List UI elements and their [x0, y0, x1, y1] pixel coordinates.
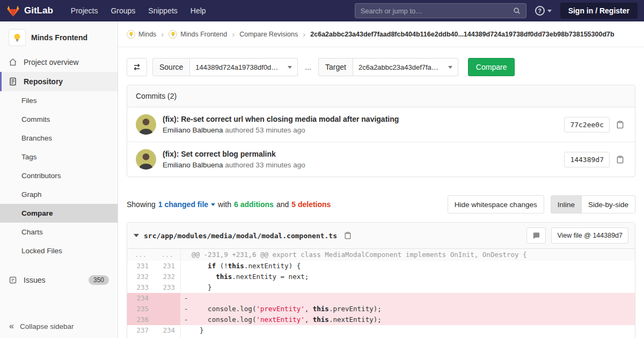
help-dropdown[interactable]: ? — [535, 6, 552, 16]
diff-line: 235- console.log('prevEntity', this.prev… — [127, 304, 635, 314]
commits-panel: Commits (2) (fix): Re-set correct url wh… — [127, 85, 635, 177]
diff-code-line: this.nextEntity = next; — [181, 271, 635, 282]
nav-item-snippets[interactable]: Snippets — [142, 3, 183, 18]
diff-line: 231231 if (!this.nextEntity) { — [127, 261, 635, 271]
target-label: Target — [318, 58, 353, 76]
swap-revisions-button[interactable] — [127, 58, 147, 76]
diff-new-line-number[interactable]: 231 — [154, 261, 181, 271]
breadcrumb-item[interactable]: Minds — [127, 30, 156, 39]
inline-view-button[interactable]: Inline — [551, 195, 582, 214]
diff-new-line-number[interactable] — [154, 293, 181, 304]
commit-authored-time: authored 33 minutes ago — [223, 161, 305, 169]
diff-new-line-number[interactable]: 233 — [154, 282, 181, 293]
comment-bubble-icon — [532, 232, 540, 240]
diff-old-line-number[interactable]: 231 — [127, 261, 154, 271]
sidebar-item-charts[interactable]: Charts — [0, 223, 118, 241]
diff-old-line-number[interactable]: 232 — [127, 271, 154, 282]
sidebar-item-compare[interactable]: Compare — [0, 204, 118, 223]
diff-new-line-number[interactable]: 234 — [154, 325, 181, 336]
project-context-header[interactable]: Minds Frontend — [0, 21, 118, 53]
gitlab-home-link[interactable]: GitLab — [6, 4, 53, 18]
sidebar-item-contributors[interactable]: Contributors — [0, 166, 118, 185]
copy-commit-sha-button[interactable] — [614, 153, 626, 166]
diff-old-line-number[interactable]: 236 — [127, 314, 154, 325]
additions-count: 6 additions — [234, 200, 274, 209]
commit-author-avatar[interactable] — [136, 114, 156, 135]
nav-item-projects[interactable]: Projects — [65, 3, 104, 18]
copy-file-path-button[interactable] — [342, 230, 354, 241]
issues-count-badge: 350 — [89, 275, 109, 285]
commit-title-link[interactable]: (fix): Re-set correct url when closing m… — [163, 115, 564, 123]
sidebar-item-graph[interactable]: Graph — [0, 185, 118, 204]
revision-range-separator: ... — [305, 63, 311, 71]
search-icon — [513, 7, 521, 14]
changed-files-dropdown[interactable]: 1 changed file — [158, 200, 215, 209]
commit-sha-button[interactable]: 77c2ee0c — [564, 117, 610, 133]
commit-title-link[interactable]: (fix): Set correct blog permalink — [163, 150, 564, 158]
sign-in-register-button[interactable]: Sign in / Register — [560, 3, 638, 19]
global-search-box[interactable] — [355, 3, 526, 18]
home-icon — [9, 58, 17, 67]
diff-old-line-number[interactable]: 237 — [127, 325, 154, 336]
side-by-side-view-button[interactable]: Side-by-side — [582, 195, 635, 214]
view-file-button[interactable]: View file @ 144389d7 — [551, 227, 628, 244]
repository-icon — [9, 77, 17, 86]
diff-old-line-number[interactable]: 234 — [127, 293, 154, 304]
sidebar-item-project-overview[interactable]: Project overview — [0, 53, 118, 72]
sidebar-item-commits[interactable]: Commits — [0, 110, 118, 129]
commit-authored-time: authored 53 minutes ago — [223, 126, 305, 134]
copy-commit-sha-button[interactable] — [614, 119, 626, 131]
sidebar-item-repository[interactable]: Repository — [0, 72, 118, 91]
breadcrumb-avatar-icon — [169, 30, 177, 39]
diff-new-line-number: ... — [154, 249, 181, 261]
target-revision-dropdown[interactable]: 2c6a2abbc23a43def7fa… — [353, 58, 458, 76]
sidebar-item-tags[interactable]: Tags — [0, 148, 118, 166]
breadcrumb: Minds›Minds Frontend›Compare Revisions›2… — [118, 21, 644, 47]
nav-item-groups[interactable]: Groups — [105, 3, 141, 18]
search-input[interactable] — [361, 7, 509, 15]
commit-author-avatar[interactable] — [136, 149, 156, 170]
diff-old-line-number[interactable]: 233 — [127, 282, 154, 293]
breadcrumb-separator-icon: › — [161, 30, 164, 39]
repository-submenu: FilesCommitsBranchesTagsContributorsGrap… — [0, 91, 118, 260]
breadcrumb-item[interactable]: Compare Revisions — [239, 31, 298, 38]
sidebar-item-label: Repository — [24, 77, 63, 86]
diff-new-line-number[interactable] — [154, 314, 181, 325]
sidebar-item-issues[interactable]: Issues 350 — [0, 270, 118, 290]
diff-old-line-number: ... — [127, 249, 154, 261]
diff-new-line-number[interactable] — [154, 304, 181, 314]
source-revision-dropdown[interactable]: 144389d724a19738df0d… — [190, 58, 298, 76]
diff-new-line-number[interactable]: 235 — [154, 336, 181, 338]
swap-arrows-icon — [133, 63, 141, 71]
diff-code-line: } — [181, 325, 635, 336]
diff-new-line-number[interactable]: 232 — [154, 271, 181, 282]
toggle-comments-button[interactable] — [526, 227, 546, 244]
diff-file-path[interactable]: src/app/modules/media/modal/modal.compon… — [144, 232, 337, 240]
sidebar-item-locked-files[interactable]: Locked Files — [0, 241, 118, 260]
top-navbar: GitLab ProjectsGroupsSnippetsHelp ? Sign… — [0, 0, 644, 21]
commit-author-link[interactable]: Emiliano Balbuena — [163, 126, 223, 134]
and-label: and — [276, 200, 289, 209]
nav-item-help[interactable]: Help — [185, 3, 212, 18]
sidebar-item-branches[interactable]: Branches — [0, 129, 118, 148]
diff-old-line-number[interactable]: 235 — [127, 304, 154, 314]
navbar-menu: ProjectsGroupsSnippetsHelp — [65, 3, 212, 18]
commit-row: (fix): Set correct blog permalinkEmilian… — [127, 142, 635, 177]
collapse-sidebar-button[interactable]: « Collapse sidebar — [0, 314, 118, 338]
changed-files-label: 1 changed file — [158, 200, 208, 209]
diff-line: 232232 this.nextEntity = next; — [127, 271, 635, 282]
main-content: Minds›Minds Frontend›Compare Revisions›2… — [118, 21, 644, 338]
sidebar-item-files[interactable]: Files — [0, 91, 118, 110]
brand-name: GitLab — [24, 5, 53, 16]
collapse-diff-icon[interactable] — [134, 234, 139, 237]
compare-button[interactable]: Compare — [468, 58, 515, 76]
diff-file-header: src/app/modules/media/modal/modal.compon… — [127, 223, 635, 249]
project-avatar — [9, 29, 26, 46]
diff-old-line-number[interactable]: 238 — [127, 336, 154, 338]
commit-sha-button[interactable]: 144389d7 — [564, 152, 610, 167]
diff-code-line: if (!this.nextEntity) { — [181, 261, 635, 271]
commit-author-link[interactable]: Emiliano Balbuena — [163, 161, 223, 169]
breadcrumb-item[interactable]: Minds Frontend — [169, 30, 227, 39]
hide-whitespace-button[interactable]: Hide whitespace changes — [448, 195, 544, 214]
diff-file-panel: src/app/modules/media/modal/modal.compon… — [127, 222, 635, 338]
